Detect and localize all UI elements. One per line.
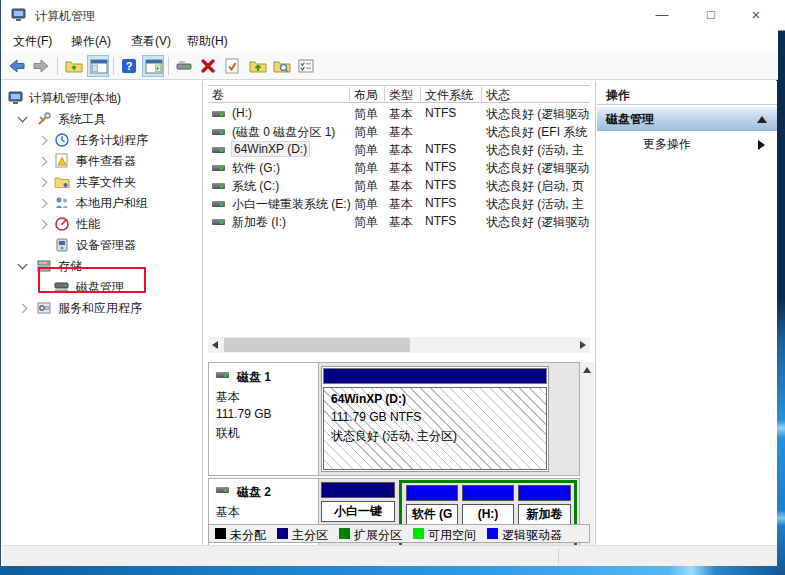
disk-2-block-logical-3[interactable]: 新加卷 [518,485,571,527]
menu-bar: 文件(F) 操作(A) 查看(V) 帮助(H) [1,30,778,52]
services-icon [36,300,52,316]
legend-swatch-unallocated [215,528,226,539]
volume-icon [212,219,225,225]
folder-up-icon[interactable] [247,55,269,77]
folder-export-icon[interactable] [63,55,85,77]
close-button[interactable]: × [743,6,769,24]
volume-icon [212,147,225,153]
volume-row-selected[interactable]: 64WinXP (D:) 简单 基本 NTFS 状态良好 (活动, 主 [208,141,594,159]
actions-panel-title: 操作 [606,87,630,104]
tree-item-task-scheduler[interactable]: 任务计划程序 [2,130,201,150]
tree-item-system-tools[interactable]: 系统工具 [2,109,201,129]
status-bar [2,545,777,566]
disk-1-label[interactable]: 磁盘 1 基本 111.79 GB 联机 [209,363,319,475]
tree-item-computer-management[interactable]: 计算机管理(本地) [2,88,201,108]
chevron-collapsed-icon[interactable] [38,178,48,188]
legend-swatch-extended [339,528,350,539]
toolbar: ? [1,52,778,80]
disk-2-block-logical-2[interactable]: (H:) [462,485,514,527]
horizontal-scrollbar[interactable] [208,337,590,353]
volume-body-hatched[interactable]: 64WinXP (D:) 111.79 GB NTFS 状态良好 (活动, 主分… [323,387,547,470]
performance-icon [54,216,70,232]
show-console-tree-icon[interactable] [87,55,109,77]
scroll-left-icon[interactable] [208,337,222,353]
volume-row[interactable]: (H:) 简单 基本 NTFS 状态良好 (逻辑驱动 [208,105,594,123]
scrollbar-thumb[interactable] [224,338,410,352]
partition-legend: 未分配 主分区 扩展分区 可用空间 逻辑驱动器 [208,524,590,543]
chevron-collapsed-icon[interactable] [38,157,48,167]
vertical-scrollbar[interactable] [580,362,594,545]
maximize-button[interactable]: □ [698,6,724,24]
volume-row[interactable]: (磁盘 0 磁盘分区 1) 简单 基本 状态良好 (EFI 系统 [208,123,594,141]
screen: 计算机管理 — □ × 文件(F) 操作(A) 查看(V) 帮助(H) [0,0,785,575]
column-header-type[interactable]: 类型 [389,87,413,104]
volume-row[interactable]: 软件 (G:) 简单 基本 NTFS 状态良好 (逻辑驱动 [208,159,594,177]
menu-help[interactable]: 帮助(H) [187,33,228,50]
panel-divider[interactable] [202,81,203,545]
chevron-expanded-icon[interactable] [18,260,28,270]
column-header-volume[interactable]: 卷 [212,87,224,104]
volume-row[interactable]: 新加卷 (I:) 简单 基本 NTFS 状态良好 (逻辑驱动 [208,213,594,231]
chevron-collapsed-icon[interactable] [18,304,28,314]
forward-icon[interactable] [30,55,52,77]
disk-2-block-primary[interactable]: 小白一键 [321,482,395,524]
column-header-status[interactable]: 状态 [486,87,510,104]
chevron-expanded-icon[interactable] [18,113,28,123]
folder-search-icon[interactable] [271,55,293,77]
tree-item-event-viewer[interactable]: 事件查看器 [2,151,201,171]
chevron-collapsed-icon[interactable] [38,220,48,230]
disk-management-main-pane: 卷 布局 类型 文件系统 状态 (H:) 简单 基本 NTFS 状态良好 (逻辑… [204,81,594,545]
disk-1-volume-block[interactable]: 64WinXP (D:) 111.79 GB NTFS 状态良好 (活动, 主分… [321,366,549,472]
volume-icon [212,129,225,135]
disk-management-group-header[interactable]: 磁盘管理 [597,107,777,131]
app-icon [11,7,27,23]
window-title: 计算机管理 [35,8,95,25]
computer-icon [8,90,24,106]
computer-management-window: 计算机管理 — □ × 文件(F) 操作(A) 查看(V) 帮助(H) [0,0,777,566]
delete-icon[interactable] [197,55,219,77]
logical-drive-bar [462,485,514,501]
collapse-icon[interactable] [757,116,767,123]
legend-swatch-logical [487,528,498,539]
scroll-right-icon[interactable] [576,337,590,353]
tree-item-services-applications[interactable]: 服务和应用程序 [2,298,201,318]
submenu-arrow-icon [758,140,765,150]
volume-icon [212,111,225,117]
help-icon[interactable]: ? [118,55,140,77]
column-header-layout[interactable]: 布局 [354,87,378,104]
tree-item-local-users-groups[interactable]: 本地用户和组 [2,193,201,213]
disk-icon [216,372,229,378]
toolbar-separator [168,57,169,75]
column-header-fs[interactable]: 文件系统 [425,87,473,104]
back-icon[interactable] [6,55,28,77]
properties-check-icon[interactable] [221,55,243,77]
more-actions-item[interactable]: 更多操作 [597,134,777,154]
volume-row[interactable]: 小白一键重装系统 (E:) 简单 基本 NTFS 状态良好 (活动, 主 [208,195,594,213]
users-icon [54,195,70,211]
title-bar: 计算机管理 — □ × [1,0,778,30]
menu-action[interactable]: 操作(A) [71,33,111,50]
logical-drive-bar [518,485,571,501]
tree-item-device-manager[interactable]: 设备管理器 [2,235,201,255]
menu-view[interactable]: 查看(V) [131,33,171,50]
status-bar-divider [558,549,559,564]
legend-swatch-free [413,528,424,539]
scroll-up-icon[interactable] [580,362,594,376]
panel-divider[interactable] [595,81,596,545]
tree-item-performance[interactable]: 性能 [2,214,201,234]
tree-item-shared-folders[interactable]: 共享文件夹 [2,172,201,192]
disk-2-block-logical-1[interactable]: 软件 (G [406,485,458,527]
chevron-collapsed-icon[interactable] [38,199,48,209]
minimize-button[interactable]: — [649,6,675,24]
show-action-pane-icon[interactable] [142,55,164,77]
volume-row[interactable]: 系统 (C:) 简单 基本 NTFS 状态良好 (启动, 页 [208,177,594,195]
toolbar-separator [57,57,58,75]
disk-tool-icon[interactable] [173,55,195,77]
menu-file[interactable]: 文件(F) [13,33,52,50]
desktop-background-right [777,0,785,575]
volume-icon [212,183,225,189]
chevron-collapsed-icon[interactable] [38,136,48,146]
red-annotation-box [38,267,146,293]
view-list-icon[interactable] [295,55,317,77]
primary-partition-bar [323,368,547,384]
